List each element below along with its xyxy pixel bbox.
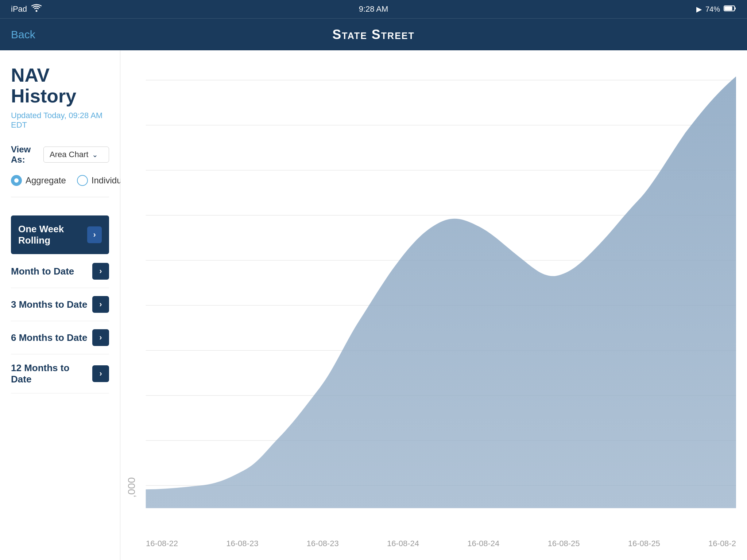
- individual-radio-circle: [77, 175, 88, 186]
- period-arrow-six-months: ›: [92, 329, 109, 346]
- aggregate-label: Aggregate: [26, 175, 66, 186]
- nav-title: State Street: [332, 27, 415, 42]
- status-left: iPad: [11, 4, 42, 14]
- x-label-5: 16-08-24: [467, 539, 499, 548]
- battery-percent: 74%: [705, 5, 720, 13]
- period-label-one-week: One Week Rolling: [18, 223, 87, 246]
- period-label-six-months: 6 Months to Date: [11, 332, 87, 343]
- radio-group: Aggregate Individual: [11, 175, 109, 197]
- location-icon: ▶: [696, 5, 702, 13]
- period-item-twelve-months[interactable]: 12 Months to Date ›: [11, 354, 109, 393]
- page-title: NAV History: [11, 65, 109, 106]
- period-arrow-twelve-months: ›: [92, 365, 109, 382]
- svg-point-0: [36, 10, 38, 12]
- battery-icon: [724, 5, 736, 13]
- period-label-three-months: 3 Months to Date: [11, 299, 87, 310]
- period-arrow-three-months: ›: [92, 296, 109, 313]
- sidebar: NAV History Updated Today, 09:28 AM EDT …: [0, 50, 120, 560]
- nav-bar: Back State Street: [0, 18, 747, 50]
- view-as-label: View As:: [11, 144, 38, 165]
- svg-rect-3: [725, 6, 732, 10]
- period-item-one-week[interactable]: One Week Rolling ›: [11, 215, 109, 254]
- period-label-month: Month to Date: [11, 266, 74, 277]
- view-as-row: View As: Area Chart ⌄: [11, 144, 109, 165]
- svg-text:,000: ,000: [128, 477, 137, 498]
- status-time: 9:28 AM: [359, 4, 388, 14]
- x-label-6: 16-08-25: [547, 539, 580, 548]
- chart-area: ,000 16-08-22 16-08-23 16-08-23 16-08-24…: [120, 50, 747, 560]
- status-bar: iPad 9:28 AM ▶ 74%: [0, 0, 747, 18]
- x-label-7: 16-08-25: [628, 539, 660, 548]
- period-label-twelve-months: 12 Months to Date: [11, 362, 92, 385]
- period-item-three-months[interactable]: 3 Months to Date ›: [11, 288, 109, 321]
- period-arrow-month: ›: [92, 263, 109, 280]
- aggregate-radio[interactable]: Aggregate: [11, 175, 66, 186]
- x-label-4: 16-08-24: [387, 539, 419, 548]
- area-chart: ,000: [128, 58, 736, 538]
- updated-text: Updated Today, 09:28 AM EDT: [11, 111, 109, 130]
- view-as-dropdown[interactable]: Area Chart ⌄: [43, 147, 109, 163]
- chart-container: ,000 16-08-22 16-08-23 16-08-23 16-08-24…: [128, 58, 736, 538]
- x-label-1: 16-08-22: [146, 539, 178, 548]
- x-label-8: 16-08-2: [708, 539, 736, 548]
- main-layout: NAV History Updated Today, 09:28 AM EDT …: [0, 50, 747, 560]
- x-label-3: 16-08-23: [307, 539, 339, 548]
- device-name: iPad: [11, 4, 27, 14]
- period-arrow-one-week: ›: [87, 226, 102, 243]
- svg-rect-2: [735, 7, 736, 9]
- area-chart-fill: [146, 76, 736, 508]
- aggregate-radio-circle: [11, 175, 22, 186]
- chevron-down-icon: ⌄: [92, 150, 98, 159]
- period-item-month[interactable]: Month to Date ›: [11, 255, 109, 288]
- x-label-2: 16-08-23: [226, 539, 258, 548]
- view-as-value: Area Chart: [50, 150, 88, 159]
- back-button[interactable]: Back: [11, 28, 35, 41]
- period-item-six-months[interactable]: 6 Months to Date ›: [11, 321, 109, 354]
- period-list: One Week Rolling › Month to Date › 3 Mon…: [11, 215, 109, 393]
- status-right: ▶ 74%: [696, 5, 736, 13]
- wifi-icon: [31, 4, 42, 14]
